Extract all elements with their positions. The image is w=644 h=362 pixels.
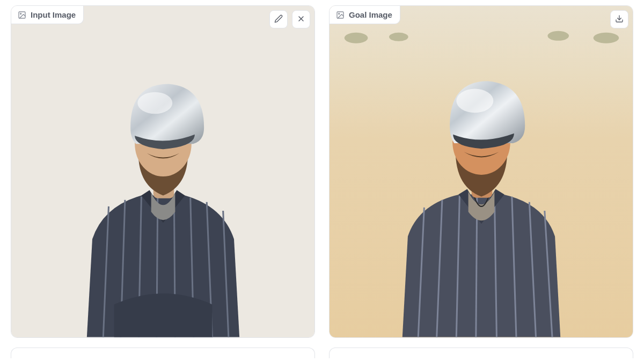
goal-panel-label: Goal Image [330, 6, 400, 24]
goal-image-panel: Goal Image [329, 5, 633, 338]
pencil-icon [274, 14, 283, 25]
goal-panel-actions [610, 10, 628, 28]
input-panel-actions [269, 10, 310, 28]
goal-figure [357, 32, 605, 337]
image-panels-row: Input Image [11, 5, 633, 338]
download-icon [615, 14, 624, 25]
bottom-left-panel [11, 348, 315, 358]
input-panel-label: Input Image [11, 6, 84, 24]
goal-label-text: Goal Image [349, 10, 392, 19]
svg-point-32 [456, 89, 493, 113]
svg-point-16 [339, 13, 340, 14]
input-image[interactable] [11, 6, 314, 337]
image-icon [336, 11, 345, 19]
input-figure [45, 32, 281, 337]
svg-point-1 [20, 13, 21, 14]
close-button[interactable] [292, 10, 310, 28]
close-icon [297, 14, 305, 25]
image-icon [18, 11, 26, 19]
goal-image[interactable] [330, 6, 633, 337]
svg-point-14 [137, 92, 172, 114]
bottom-panels-row [11, 348, 633, 358]
download-button[interactable] [610, 10, 628, 28]
bottom-right-panel [329, 348, 633, 358]
edit-button[interactable] [269, 10, 288, 28]
input-label-text: Input Image [31, 10, 76, 19]
input-image-panel: Input Image [11, 5, 315, 338]
